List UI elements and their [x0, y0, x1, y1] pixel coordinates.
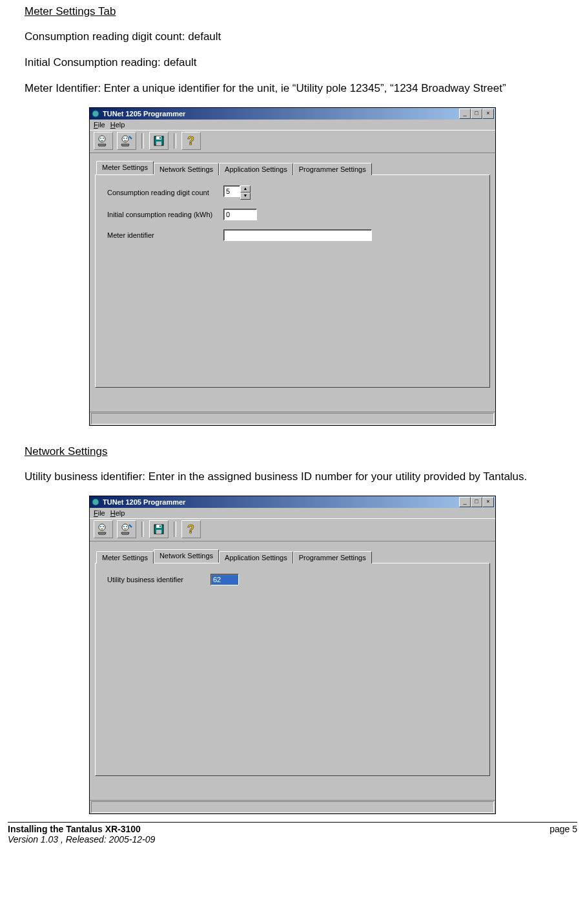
svg-point-15 [103, 526, 104, 527]
statusbar [90, 800, 495, 814]
toolbar-save-button[interactable] [149, 520, 169, 538]
close-button[interactable]: × [482, 109, 494, 119]
svg-rect-9 [156, 142, 161, 145]
tab-meter-settings[interactable]: Meter Settings [96, 551, 154, 563]
svg-text:?: ? [187, 134, 194, 147]
menu-help[interactable]: Help [110, 509, 125, 517]
svg-point-14 [100, 526, 101, 527]
text-business-identifier: Utility business identifier: Enter in th… [25, 470, 572, 484]
tab-network-settings[interactable]: Network Settings [154, 549, 219, 563]
app-icon [91, 498, 100, 507]
toolbar-read-button[interactable] [94, 132, 113, 150]
window-network-settings: TUNet 1205 Programmer _ □ × File Help [89, 496, 496, 814]
svg-point-5 [123, 138, 125, 139]
label-business-identifier: Utility business identifier [107, 576, 210, 583]
text-initial-reading: Initial Consumption reading: default [25, 56, 572, 70]
toolbar-write-button[interactable] [117, 132, 136, 150]
svg-point-0 [92, 110, 99, 117]
svg-point-12 [92, 499, 99, 505]
minimize-button[interactable]: _ [459, 497, 471, 507]
toolbar-help-button[interactable]: ? [181, 520, 201, 538]
toolbar-write-button[interactable] [117, 520, 136, 538]
spinner-down[interactable]: ▼ [240, 193, 251, 200]
tab-programmer-settings[interactable]: Programmer Settings [293, 551, 372, 563]
tab-application-settings[interactable]: Application Settings [219, 551, 293, 563]
label-meter-identifier: Meter identifier [107, 231, 223, 239]
tab-application-settings[interactable]: Application Settings [219, 163, 293, 175]
page-footer: Installing the Tantalus XR-3100 Version … [8, 822, 577, 845]
tab-network-settings[interactable]: Network Settings [154, 163, 219, 175]
svg-rect-21 [156, 530, 161, 534]
footer-title: Installing the Tantalus XR-3100 [8, 824, 141, 834]
meter-identifier-input[interactable] [223, 229, 372, 241]
footer-page-number: page 5 [549, 824, 577, 845]
menu-file[interactable]: File [94, 121, 105, 129]
toolbar: ? [90, 130, 495, 153]
svg-point-6 [126, 138, 127, 139]
window-title: TUNet 1205 Programmer [103, 498, 459, 506]
heading-network-settings: Network Settings [25, 445, 572, 458]
app-icon [91, 109, 100, 118]
text-digit-count: Consumption reading digit count: default [25, 30, 572, 44]
svg-rect-22 [159, 525, 161, 527]
menu-help[interactable]: Help [110, 121, 125, 129]
label-digit-count: Consumption reading digit count [107, 189, 223, 196]
text-meter-identifier: Meter Identifier: Enter a unique identif… [25, 81, 572, 96]
heading-meter-settings: Meter Settings Tab [25, 5, 572, 18]
menubar: File Help [90, 508, 495, 518]
tabstrip: Meter Settings Network Settings Applicat… [96, 549, 490, 563]
menu-file[interactable]: File [94, 509, 105, 517]
minimize-button[interactable]: _ [459, 109, 471, 119]
svg-text:?: ? [187, 523, 194, 536]
titlebar[interactable]: TUNet 1205 Programmer _ □ × [90, 108, 495, 120]
initial-reading-input[interactable] [223, 209, 257, 220]
window-title: TUNet 1205 Programmer [103, 110, 459, 118]
tabpanel-network-settings: Utility business identifier [95, 563, 490, 776]
spinner-up[interactable]: ▲ [240, 185, 251, 193]
toolbar-help-button[interactable]: ? [181, 132, 201, 150]
maximize-button[interactable]: □ [471, 497, 482, 507]
close-button[interactable]: × [482, 497, 494, 507]
toolbar-read-button[interactable] [94, 520, 113, 538]
svg-point-18 [126, 526, 127, 527]
tabstrip: Meter Settings Network Settings Applicat… [96, 161, 490, 174]
svg-point-3 [103, 138, 104, 139]
svg-point-2 [100, 138, 101, 139]
svg-rect-10 [159, 137, 161, 139]
window-meter-settings: TUNet 1205 Programmer _ □ × File Help [89, 107, 496, 426]
tab-meter-settings[interactable]: Meter Settings [96, 161, 154, 174]
statusbar [90, 412, 495, 425]
label-initial-reading: Initial consumption reading (kWh) [107, 211, 223, 218]
tab-programmer-settings[interactable]: Programmer Settings [293, 163, 372, 175]
svg-point-17 [123, 526, 125, 527]
toolbar-save-button[interactable] [149, 132, 169, 150]
maximize-button[interactable]: □ [471, 109, 482, 119]
tabpanel-meter-settings: Consumption reading digit count ▲ ▼ Init… [95, 174, 490, 388]
business-identifier-input[interactable] [210, 574, 239, 585]
toolbar: ? [90, 518, 495, 541]
digit-count-input[interactable] [223, 185, 240, 197]
menubar: File Help [90, 120, 495, 130]
titlebar[interactable]: TUNet 1205 Programmer _ □ × [90, 496, 495, 508]
footer-version: Version 1.03 , Released: 2005-12-09 [8, 834, 155, 845]
